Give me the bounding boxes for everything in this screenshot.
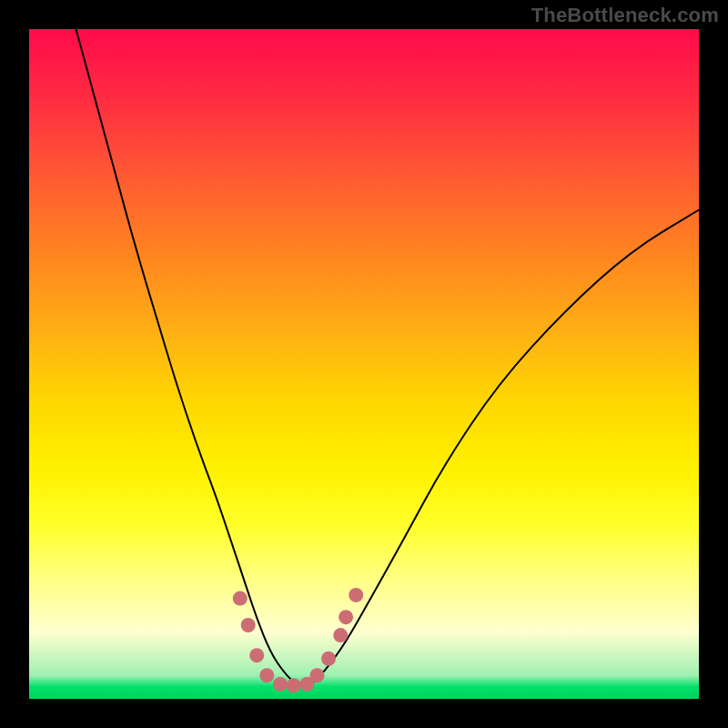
valley-marker [339, 610, 353, 624]
valley-marker [241, 618, 256, 632]
valley-marker [259, 668, 274, 682]
valley-marker [310, 668, 325, 682]
valley-marker [273, 677, 288, 692]
chart-frame: TheBottleneck.com [0, 0, 728, 728]
valley-marker [287, 678, 301, 693]
valley-marker [249, 648, 264, 662]
watermark-label: TheBottleneck.com [531, 4, 719, 27]
plot-area [29, 29, 699, 699]
valley-marker [333, 628, 348, 642]
valley-marker [349, 588, 363, 602]
chart-svg [29, 29, 699, 699]
valley-marker [321, 652, 336, 666]
valley-marker [233, 592, 248, 606]
bottleneck-curve [76, 29, 700, 685]
